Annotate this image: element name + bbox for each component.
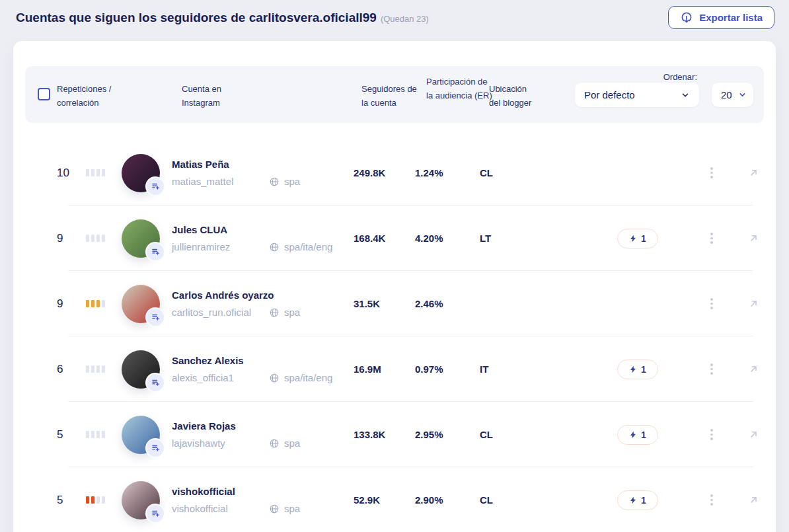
page-size-select[interactable]: 20: [712, 83, 753, 107]
account-languages: spa/ita/eng: [269, 372, 354, 383]
row-menu-button[interactable]: [700, 298, 724, 309]
globe-icon: [269, 438, 280, 449]
correlation-bar: [86, 169, 89, 176]
dot: [710, 303, 713, 305]
account-username: carlitos_run.oficial: [172, 307, 269, 318]
correlation-bar: [102, 431, 105, 438]
reports-badge[interactable]: 1: [617, 229, 658, 248]
reports-badge[interactable]: 1: [617, 360, 658, 379]
add-to-list-icon[interactable]: [147, 309, 164, 326]
row-menu-button[interactable]: [700, 494, 724, 506]
languages-label: spa: [284, 307, 300, 318]
followers-count: 249.8K: [354, 167, 415, 178]
account-name: vishokofficial: [172, 486, 269, 497]
repetitions-count: 6: [57, 363, 86, 376]
dot: [710, 237, 713, 240]
globe-icon: [269, 176, 280, 187]
engagement-rate: 1.24%: [415, 167, 480, 178]
account-languages: spa: [269, 503, 354, 514]
correlation-bar: [86, 431, 89, 438]
dot: [710, 434, 713, 436]
sort-select[interactable]: Por defecto: [575, 83, 699, 107]
globe-icon: [269, 307, 280, 318]
results-card: Repeticiones / correlación Cuenta en Ins…: [13, 41, 776, 532]
open-profile-button[interactable]: [740, 167, 767, 178]
add-to-list-icon[interactable]: [147, 505, 164, 522]
avatar[interactable]: [122, 481, 160, 519]
globe-icon: [269, 504, 280, 514]
account-username: alexis_officia1: [172, 372, 269, 383]
column-header-account: Cuenta en Instagram: [182, 83, 239, 110]
add-to-list-icon[interactable]: [147, 178, 164, 195]
add-to-list-icon[interactable]: [147, 243, 164, 260]
languages-label: spa: [284, 503, 300, 514]
reports-count: 1: [641, 495, 646, 506]
account-username: vishokofficial: [172, 503, 269, 514]
dot: [710, 429, 713, 432]
avatar-cell: [122, 416, 172, 454]
repetitions-count: 5: [57, 494, 86, 507]
open-profile-button[interactable]: [740, 494, 767, 506]
avatar[interactable]: [122, 285, 160, 323]
dot: [710, 307, 713, 309]
export-list-button[interactable]: Exportar lista: [668, 6, 774, 29]
avatar[interactable]: [122, 219, 160, 258]
lightning-icon: [629, 234, 637, 243]
blogger-location: CL: [480, 167, 519, 178]
account-languages: spa: [269, 437, 354, 449]
correlation-bars: [86, 431, 122, 438]
add-to-list-icon[interactable]: [147, 374, 164, 391]
languages-label: spa/ita/eng: [284, 241, 332, 252]
reports-badge[interactable]: 1: [617, 425, 658, 445]
page-title: Cuentas que siguen los seguidores de car…: [16, 11, 429, 25]
reports-cell: [617, 163, 659, 183]
account-languages: spa/ita/eng: [269, 241, 354, 252]
followers-count: 16.9M: [354, 363, 415, 375]
dot: [710, 172, 713, 174]
correlation-bar: [86, 496, 89, 504]
dot: [710, 176, 713, 178]
account-cell: vishokofficial vishokofficial: [172, 486, 269, 514]
blogger-location: CL: [480, 494, 519, 506]
row-menu-button[interactable]: [700, 233, 724, 244]
row-menu-button[interactable]: [700, 429, 724, 440]
page-size-value: 20: [721, 89, 732, 100]
open-profile-button[interactable]: [740, 363, 767, 375]
reports-badge[interactable]: 1: [617, 490, 658, 510]
open-profile-button[interactable]: [740, 233, 767, 244]
reports-cell: 1: [617, 490, 659, 510]
page-header: Cuentas que siguen los seguidores de car…: [0, 0, 789, 41]
chevron-down-icon: [681, 91, 690, 100]
correlation-bar: [102, 496, 105, 504]
globe-icon: [269, 242, 280, 252]
account-cell: Carlos Andrés oyarzo carlitos_run.oficia…: [172, 289, 269, 318]
avatar-cell: [122, 285, 172, 323]
account-username: lajavishawty: [172, 437, 269, 449]
select-all-checkbox[interactable]: [38, 88, 50, 100]
correlation-bar: [102, 169, 105, 176]
lightning-icon: [629, 430, 637, 439]
followers-count: 133.8K: [354, 429, 415, 440]
account-languages: spa: [269, 176, 354, 187]
correlation-bars: [86, 169, 122, 176]
table-row: 9 Jules CLUA jullienramirez spa: [13, 206, 776, 271]
row-menu-button[interactable]: [700, 167, 724, 178]
avatar[interactable]: [122, 350, 160, 389]
row-menu-button[interactable]: [700, 363, 724, 375]
table-row: 10 Matias Peña matias_mattel sp: [13, 140, 776, 206]
engagement-rate: 2.46%: [415, 298, 480, 309]
repetitions-count: 10: [57, 167, 86, 180]
column-header-location: Ubicación del blogger: [489, 83, 539, 110]
avatar-cell: [122, 350, 172, 389]
reports-cell: [617, 294, 659, 314]
dot: [710, 503, 713, 506]
open-profile-button[interactable]: [740, 429, 767, 440]
correlation-bar: [86, 235, 89, 242]
table-row: 6 Sanchez Alexis alexis_officia1: [13, 336, 776, 402]
avatar[interactable]: [122, 416, 160, 454]
engagement-rate: 2.95%: [415, 429, 480, 440]
dot: [710, 241, 713, 244]
add-to-list-icon[interactable]: [147, 439, 164, 457]
open-profile-button[interactable]: [740, 298, 767, 309]
avatar[interactable]: [122, 154, 160, 192]
